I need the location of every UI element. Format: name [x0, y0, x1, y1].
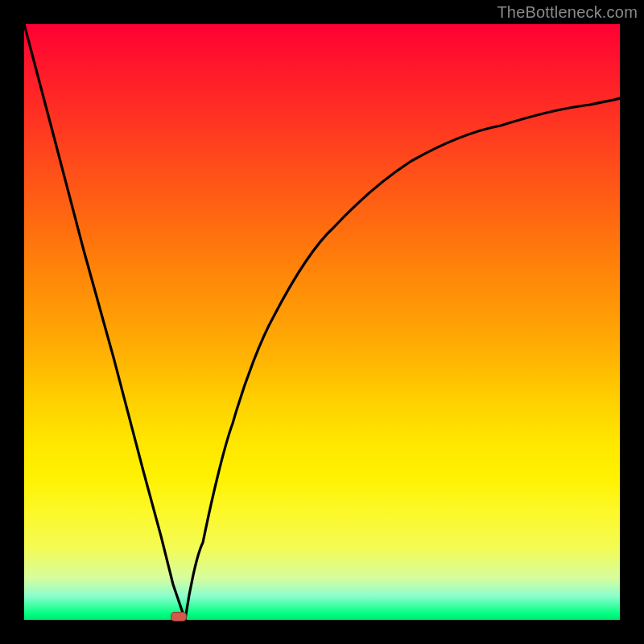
minimum-marker	[171, 612, 187, 621]
curve-layer	[24, 24, 620, 620]
plot-area	[24, 24, 620, 620]
chart-frame: TheBottleneck.com	[0, 0, 644, 644]
watermark-text: TheBottleneck.com	[497, 3, 638, 22]
curve-left-branch	[24, 24, 185, 620]
curve-right-branch	[185, 98, 620, 620]
